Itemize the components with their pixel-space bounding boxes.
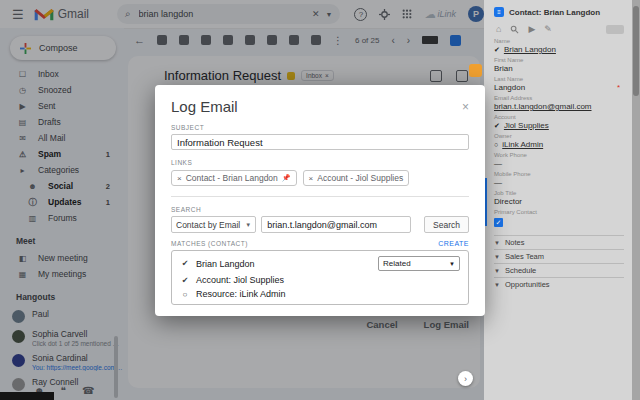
match-row[interactable]: ○ Resource: iLink Admin ▼ (172, 287, 468, 301)
field-value[interactable]: Brian Langdon (504, 45, 556, 54)
field-status-icon: ○ (494, 141, 498, 148)
play-icon[interactable]: ▶ (528, 24, 535, 34)
required-asterisk: * (617, 83, 620, 92)
link-chip[interactable]: × Contact - Brian Langdon 📌 (171, 170, 297, 186)
contact-field: Account ✔ Jiol Supplies * (494, 114, 624, 130)
section-label: Schedule (505, 266, 536, 275)
field-value[interactable]: iLink Admin (502, 140, 543, 149)
field-value[interactable]: brian.t.langdon@gmail.com (494, 102, 592, 111)
collapse-triangle-icon: ▼ (494, 240, 500, 246)
field-status-icon: ✔ (494, 46, 500, 54)
contact-field: Mobile Phone — * (494, 171, 624, 187)
field-label: Mobile Phone (494, 171, 624, 177)
field-label: Owner (494, 133, 624, 139)
search-row: Contact by Email ▼ Search (171, 216, 469, 233)
subject-label: SUBJECT (171, 124, 469, 131)
field-value[interactable]: Jiol Supplies (504, 121, 549, 130)
contact-field: Last Name Langdon * (494, 76, 624, 92)
chevron-down-icon: ▼ (449, 261, 455, 267)
match-check-icon[interactable]: ✔ (180, 276, 190, 285)
collapsible-section[interactable]: ▼ Opportunities (494, 277, 624, 291)
field-label: Email Address (494, 95, 624, 101)
contact-field: Email Address brian.t.langdon@gmail.com … (494, 95, 624, 111)
dialog-title: Log Email (171, 98, 238, 115)
section-label: Sales Team (505, 252, 544, 261)
search-mode-select[interactable]: Contact by Email ▼ (171, 216, 256, 233)
field-value[interactable]: — (494, 159, 502, 168)
panel-sections: ▼ Notes ▼ Sales Team ▼ Schedule ▼ Opport… (494, 235, 624, 291)
collapse-triangle-icon: ▼ (494, 282, 500, 288)
chip-label: Account - Jiol Supplies (317, 173, 403, 183)
field-label: Work Phone (494, 152, 624, 158)
divider (171, 196, 469, 197)
log-email-button[interactable]: Log Email (424, 319, 469, 330)
scrollbar-thumb[interactable] (633, 6, 639, 96)
panel-toolbar: ⌂ ▶ ✎ (496, 24, 624, 34)
contact-field: Work Phone — * (494, 152, 624, 168)
field-label: Name (494, 38, 624, 44)
match-row[interactable]: ✔ Account: Jiol Supplies ▼ (172, 273, 468, 287)
chip-label: Contact - Brian Langdon (186, 173, 278, 183)
field-label: Job Title (494, 190, 624, 196)
create-link[interactable]: CREATE (438, 240, 469, 247)
match-row[interactable]: ✔ Brian Langdon Related ▼ (172, 254, 468, 273)
matches-label: MATCHES (CONTACT) (171, 240, 248, 247)
collapsible-section[interactable]: ▼ Sales Team (494, 249, 624, 263)
contact-field: Job Title Director * (494, 190, 624, 206)
match-label: Account: Jiol Supplies (196, 275, 284, 285)
ilink-extension-icon[interactable] (469, 64, 482, 77)
collapse-triangle-icon: ▼ (494, 254, 500, 260)
link-chip[interactable]: × Account - Jiol Supplies (303, 170, 410, 186)
field-status-icon: ✔ (494, 122, 500, 130)
field-value[interactable]: Brian (494, 64, 513, 73)
field-value[interactable]: Director (494, 197, 522, 206)
field-value[interactable]: — (494, 178, 502, 187)
remove-chip-icon[interactable]: × (309, 174, 314, 183)
match-label: Brian Langdon (196, 259, 255, 269)
link-chips: × Contact - Brian Langdon 📌 × Account - … (171, 170, 469, 186)
contact-badge-icon: ≡ (494, 7, 504, 17)
close-icon[interactable]: × (462, 100, 469, 114)
match-check-icon[interactable]: ✔ (180, 259, 190, 268)
corner-black-strip (0, 392, 54, 400)
home-icon[interactable]: ⌂ (496, 24, 501, 34)
pin-icon: 📌 (282, 174, 291, 182)
field-value[interactable]: Langdon (494, 83, 525, 92)
field-label: First Name (494, 57, 624, 63)
search-label: SEARCH (171, 206, 469, 213)
collapsible-section[interactable]: ▼ Schedule (494, 263, 624, 277)
search-email-input[interactable] (261, 216, 411, 233)
matches-listbox: ✔ Brian Langdon Related ▼ ✔ Account: Jio… (171, 250, 469, 305)
collapse-triangle-icon: ▼ (494, 268, 500, 274)
cancel-button[interactable]: Cancel (366, 319, 397, 330)
match-check-icon[interactable]: ○ (180, 290, 190, 299)
app-root: ☰ Gmail ⌕ ✕ ▼ ? (0, 0, 640, 400)
field-label: Last Name (494, 76, 624, 82)
edit-pencil-icon[interactable]: ✎ (544, 24, 552, 34)
section-label: Notes (505, 238, 525, 247)
contact-field: First Name Brian * (494, 57, 624, 73)
section-label: Opportunities (505, 280, 550, 289)
contact-field: Primary Contact ✓ * (494, 209, 624, 227)
scroll-next-icon[interactable]: › (458, 371, 473, 386)
collapsible-section[interactable]: ▼ Notes (494, 235, 624, 249)
panel-title: Contact: Brian Langdon (509, 8, 600, 17)
field-checkbox[interactable]: ✓ (494, 218, 503, 227)
remove-chip-icon[interactable]: × (177, 174, 182, 183)
chevron-down-icon: ▼ (245, 222, 251, 228)
links-label: LINKS (171, 159, 469, 166)
contact-field: Owner ○ iLink Admin * (494, 133, 624, 149)
relation-select[interactable]: Related ▼ (378, 256, 460, 271)
contact-fields: Name ✔ Brian Langdon * First Name Brian (494, 38, 624, 227)
field-label: Primary Contact (494, 209, 624, 215)
panel-action-button[interactable] (606, 25, 624, 34)
window-scrollbar[interactable] (632, 0, 640, 400)
contact-field: Name ✔ Brian Langdon * (494, 38, 624, 54)
crm-side-panel: ≡ Contact: Brian Langdon ⌂ ▶ ✎ Name ✔ Br… (484, 0, 632, 400)
subject-input[interactable] (171, 134, 469, 150)
field-label: Account (494, 114, 624, 120)
search-button[interactable]: Search (424, 216, 469, 233)
log-email-dialog: Log Email × SUBJECT LINKS × Contact - Br… (155, 85, 485, 316)
search-icon[interactable] (510, 25, 519, 34)
match-label: Resource: iLink Admin (196, 289, 286, 299)
